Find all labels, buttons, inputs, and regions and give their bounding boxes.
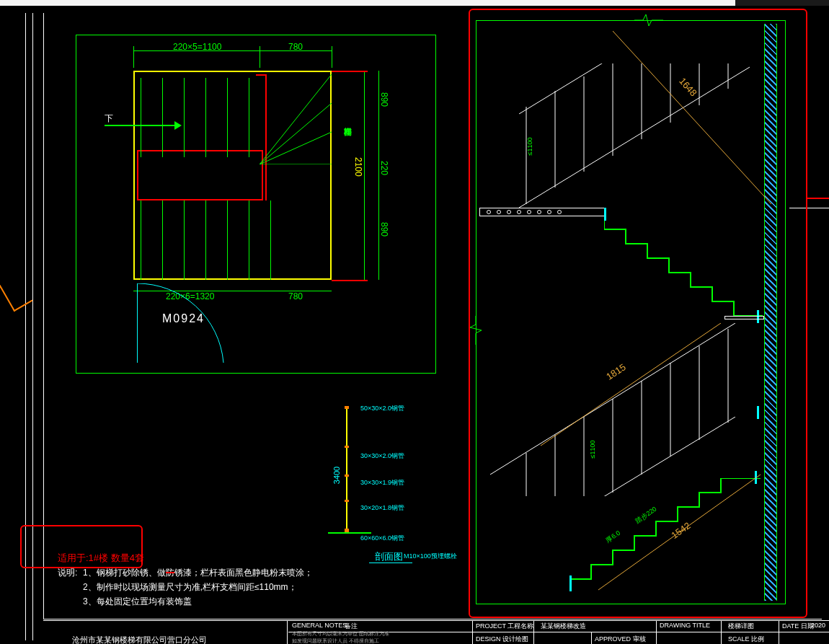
tb-scale: SCALE 比例 [728, 635, 764, 644]
tb-design: DESIGN 设计绘图 [476, 635, 528, 644]
detail-label-1: 30×30×2.0钢管 [360, 451, 404, 461]
detail-label-2: 30×30×1.9钢管 [360, 478, 404, 488]
tb-project-val: 某某钢楼梯改造 [541, 622, 586, 631]
tb-general-notes: GENERAL NOTES [292, 622, 347, 629]
tb-date: DATE 日期 [782, 622, 814, 631]
svg-line-2 [260, 132, 332, 164]
annotation-box-left [20, 525, 143, 568]
tb-date-val: 2020 [811, 622, 825, 629]
detail-title: 剖面图 [375, 550, 403, 563]
notes-n1: 1、钢梯打砂除锈、做防锈漆；栏杆表面黑色静电粉末喷涂； [83, 567, 313, 579]
annotation-box-right [469, 9, 807, 618]
plan-bot-dim2: 780 [288, 291, 303, 301]
down-arrow-label: 下 [105, 113, 113, 125]
detail-label-3: 30×20×1.8钢管 [360, 503, 404, 513]
plan-right-total: 2100 [353, 157, 363, 177]
tb-project: PROJECT 工程名称 [476, 622, 533, 631]
plan-top-dim1: 220×5=1100 [173, 42, 221, 52]
plan-right-dim2: 220 [379, 161, 389, 175]
tb-dt-val: 楼梯详图 [728, 622, 754, 631]
notes-title: 说明: [58, 567, 77, 579]
plan-right-dim1: 890 [379, 92, 389, 107]
notes-n2: 2、制作时以现场测量尺寸为准,栏杆支档间距≤110mm； [83, 581, 297, 594]
svg-line-0 [260, 74, 332, 164]
plan-right-dim3: 890 [379, 222, 389, 237]
tb-approved: APPROVED 审核 [595, 635, 646, 644]
detail-bottom-dim: 60×60×6.0钢管 [360, 534, 404, 543]
detail-height: 3400 [332, 467, 341, 484]
notes-n3: 3、每处固定位置均有装饰盖 [83, 596, 192, 608]
detail-top-dim: 50×30×2.0钢管 [360, 404, 404, 413]
plan-top-dim2: 780 [288, 42, 303, 52]
cad-canvas[interactable]: 220×5=1100 780 下 890 220 890 2100 楼梯间净宽 … [0, 6, 829, 644]
svg-line-1 [260, 103, 332, 164]
detail-bottom-label: M10×100预埋螺栓 [404, 552, 457, 561]
tb-drawing-title: DRAWING TITLE [660, 622, 710, 629]
tb-company: 沧州市某某钢楼梯有限公司营口分公司 [72, 635, 207, 644]
